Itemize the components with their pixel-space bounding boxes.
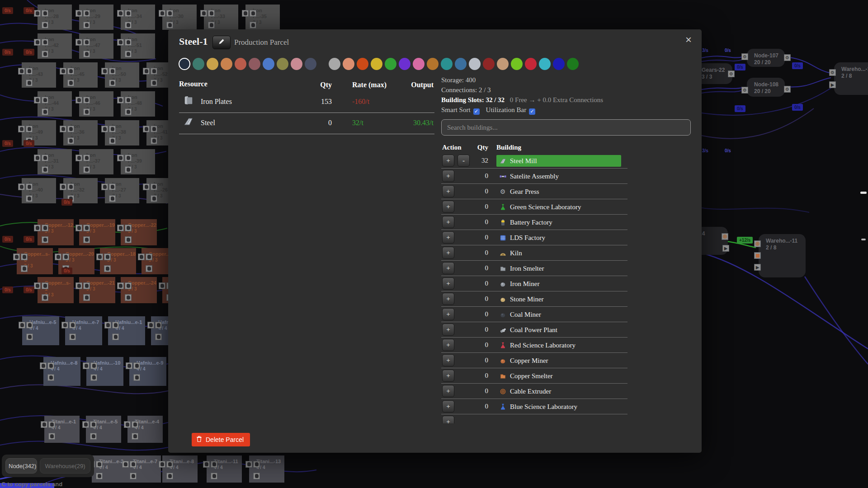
building-row-green-science-laboratory[interactable]: +0Green Science Laboratory xyxy=(441,199,627,215)
color-swatch[interactable] xyxy=(385,58,396,70)
add-building-button[interactable]: + xyxy=(442,170,454,182)
logistics-node[interactable]: Node-10820 / 20 xyxy=(747,78,785,97)
color-swatch[interactable] xyxy=(357,58,368,70)
add-building-button[interactable]: + xyxy=(442,277,454,290)
utilization-bar-checkbox[interactable]: ✓ xyxy=(529,108,535,115)
color-swatch[interactable] xyxy=(235,58,246,70)
building-cell[interactable]: Copper Smelter xyxy=(496,370,621,382)
building-row-iron-smelter[interactable]: +0Iron Smelter xyxy=(441,261,627,276)
color-swatch[interactable] xyxy=(553,58,565,70)
smart-sort-checkbox[interactable]: ✓ xyxy=(473,108,480,115)
add-building-button[interactable]: + xyxy=(442,247,454,259)
parcel-node[interactable]: Hafniu...e-74 / 4 xyxy=(65,316,102,345)
building-cell[interactable]: Battery Factory xyxy=(496,216,621,228)
color-swatch[interactable] xyxy=(277,58,288,70)
color-swatch[interactable] xyxy=(539,58,551,70)
building-cell[interactable]: Steel Mill xyxy=(496,155,621,167)
parcel-node[interactable]: Hafniu...e-14 / 4 xyxy=(108,316,145,345)
add-building-button[interactable]: + xyxy=(442,416,454,423)
building-cell[interactable]: Satelite Assembly xyxy=(496,170,621,182)
add-building-button[interactable]: + xyxy=(442,370,454,382)
building-row-steel-mill[interactable]: +-32Steel Mill xyxy=(441,153,627,169)
building-cell[interactable]: Stone Miner xyxy=(496,293,621,305)
close-icon[interactable]: × xyxy=(683,33,694,47)
building-cell[interactable]: Green Science Laboratory xyxy=(496,201,621,213)
building-row-satelite-assembly[interactable]: +0Satelite Assembly xyxy=(441,169,627,184)
color-swatch[interactable] xyxy=(427,58,439,70)
building-row-red-science-laboratory[interactable]: +0Red Science Laboratory xyxy=(441,338,627,353)
building-cell[interactable]: Kiln xyxy=(496,247,621,259)
color-swatch[interactable] xyxy=(249,58,260,70)
color-swatch[interactable] xyxy=(483,58,495,70)
parcel-node[interactable]: Hafniu...-104 / 4 xyxy=(86,357,123,386)
node-count-button[interactable]: Node(342) xyxy=(5,458,37,474)
remove-building-button[interactable]: - xyxy=(458,155,470,167)
color-swatch[interactable] xyxy=(343,58,354,70)
color-swatch[interactable] xyxy=(567,58,579,70)
color-swatch[interactable] xyxy=(511,58,523,70)
add-building-button[interactable]: + xyxy=(442,324,454,336)
building-row-partial[interactable]: + xyxy=(441,414,627,423)
color-swatch[interactable] xyxy=(371,58,382,70)
add-building-button[interactable]: + xyxy=(442,262,454,274)
parcel-node[interactable]: Hafniu...e-84 / 4 xyxy=(43,357,80,386)
delete-parcel-button[interactable]: Delete Parcel xyxy=(192,433,250,446)
building-cell[interactable]: Coal Miner xyxy=(496,309,621,320)
add-building-button[interactable]: + xyxy=(442,185,454,197)
color-swatch[interactable] xyxy=(413,58,425,70)
building-cell[interactable]: Coal Power Plant xyxy=(496,324,621,336)
color-swatch[interactable] xyxy=(221,58,232,70)
search-input[interactable] xyxy=(441,119,691,136)
edit-name-button[interactable] xyxy=(212,36,231,49)
building-list[interactable]: +-32Steel Mill+0Satelite Assembly+0⚙Gear… xyxy=(441,153,627,423)
building-row-coal-miner[interactable]: +0Coal Miner xyxy=(441,307,627,322)
color-swatch[interactable] xyxy=(305,58,316,70)
add-building-button[interactable]: + xyxy=(442,385,454,397)
building-row-stone-miner[interactable]: +0Stone Miner xyxy=(441,291,627,307)
building-row-iron-miner[interactable]: +0Iron Miner xyxy=(441,276,627,291)
building-cell[interactable]: Iron Miner xyxy=(496,278,621,290)
color-swatch[interactable] xyxy=(469,58,481,70)
building-cell[interactable]: Iron Smelter xyxy=(496,263,621,274)
parcel-node[interactable]: Hafniu...e-54 / 4 xyxy=(22,316,59,345)
building-row-blue-science-laboratory[interactable]: +0Blue Science Laboratory xyxy=(441,399,627,414)
building-row-copper-miner[interactable]: +0Copper Miner xyxy=(441,353,627,368)
building-cell[interactable]: Blue Science Laboratory xyxy=(496,401,621,413)
add-building-button[interactable]: + xyxy=(442,400,454,413)
add-building-button[interactable]: + xyxy=(442,216,454,228)
building-row-coal-power-plant[interactable]: +0Coal Power Plant xyxy=(441,322,627,338)
color-swatch[interactable] xyxy=(525,58,537,70)
building-cell[interactable]: Red Science Laboratory xyxy=(496,339,621,351)
color-swatch[interactable] xyxy=(193,58,204,70)
add-building-button[interactable]: + xyxy=(442,354,454,366)
color-swatch[interactable] xyxy=(455,58,467,70)
add-building-button[interactable]: + xyxy=(442,339,454,351)
add-building-button[interactable]: + xyxy=(442,293,454,305)
building-row-kiln[interactable]: +0Kiln xyxy=(441,245,627,261)
color-swatch[interactable] xyxy=(497,58,509,70)
building-cell[interactable]: Copper Miner xyxy=(496,355,621,366)
building-cell[interactable]: Cable Extruder xyxy=(496,385,621,397)
add-building-button[interactable]: + xyxy=(442,155,454,167)
building-cell[interactable]: ⚙Gear Press xyxy=(496,186,621,197)
color-swatch[interactable] xyxy=(207,58,218,70)
building-row-lds-factory[interactable]: +0LDS Factory xyxy=(441,230,627,245)
color-swatch[interactable] xyxy=(179,58,190,70)
logistics-node[interactable]: Node-10720 / 20 xyxy=(747,49,785,67)
building-cell[interactable]: LDS Factory xyxy=(496,232,621,244)
color-swatch[interactable] xyxy=(291,58,302,70)
add-building-button[interactable]: + xyxy=(442,201,454,213)
warehouse-count-button[interactable]: Warehouse(29) xyxy=(40,458,90,474)
add-building-button[interactable]: + xyxy=(442,308,454,320)
color-swatch[interactable] xyxy=(399,58,410,70)
logistics-node[interactable]: Wareho...-162 / 8 xyxy=(834,62,868,95)
parcel-node[interactable]: Hafniu...e-94 / 4 xyxy=(129,357,166,386)
color-swatch[interactable] xyxy=(329,58,340,70)
building-row-battery-factory[interactable]: +0Battery Factory xyxy=(441,215,627,230)
building-row-cable-extruder[interactable]: +0Cable Extruder xyxy=(441,384,627,399)
building-row-gear-press[interactable]: +0⚙Gear Press xyxy=(441,184,627,199)
color-swatch[interactable] xyxy=(441,58,453,70)
logistics-node[interactable]: Wareho...-112 / 8 xyxy=(759,234,806,277)
add-building-button[interactable]: + xyxy=(442,231,454,244)
color-swatch[interactable] xyxy=(263,58,274,70)
